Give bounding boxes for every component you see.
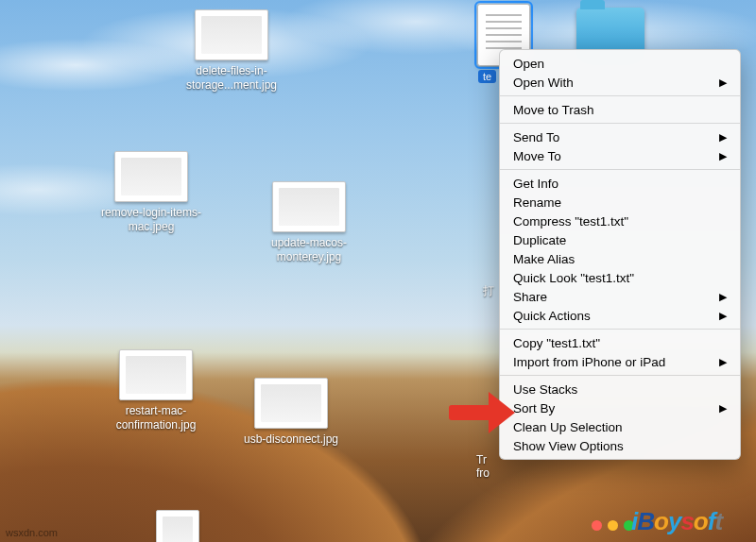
menu-separator [500, 375, 740, 376]
menu-item-move-to[interactable]: Move To▶ [500, 146, 740, 165]
file-label: usb-disconnect.jpg [244, 432, 338, 447]
menu-separator [500, 123, 740, 124]
submenu-arrow-icon: ▶ [719, 310, 727, 322]
file-label: update-macos-monterey.jpg [248, 236, 370, 264]
menu-item-label: Rename [513, 195, 561, 210]
menu-item-quick-look-test1-txt[interactable]: Quick Look "test1.txt" [500, 268, 740, 287]
desktop-file-5[interactable] [116, 510, 239, 542]
submenu-arrow-icon: ▶ [719, 150, 727, 162]
menu-item-label: Get Info [513, 177, 558, 191]
file-thumbnail [119, 349, 193, 400]
menu-item-rename[interactable]: Rename [500, 193, 740, 212]
minimize-dot[interactable] [608, 520, 618, 531]
menu-item-sort-by[interactable]: Sort By▶ [500, 398, 740, 417]
window-traffic-lights [592, 520, 634, 531]
partial-trash-label: Tr fro [476, 453, 490, 480]
menu-item-quick-actions[interactable]: Quick Actions▶ [500, 306, 740, 325]
menu-item-share[interactable]: Share▶ [500, 287, 740, 306]
menu-item-label: Import from iPhone or iPad [513, 355, 665, 369]
menu-item-label: Send To [513, 130, 559, 144]
menu-item-label: Move to Trash [513, 103, 594, 117]
partial-label: 打 [483, 283, 494, 299]
menu-item-move-to-trash[interactable]: Move to Trash [500, 100, 740, 119]
menu-separator [500, 169, 740, 170]
menu-item-label: Copy "test1.txt" [513, 336, 600, 350]
desktop-file-2[interactable]: update-macos-monterey.jpg [248, 181, 370, 264]
callout-arrow [449, 392, 515, 433]
menu-item-copy-test1-txt[interactable]: Copy "test1.txt" [500, 333, 740, 352]
desktop-file-0[interactable]: delete-files-in-storage...ment.jpg [170, 9, 293, 93]
file-thumbnail [156, 510, 199, 542]
menu-item-label: Show View Options [513, 439, 624, 453]
menu-item-label: Use Stacks [513, 382, 577, 397]
watermark-text: wsxdn.com [6, 527, 58, 538]
submenu-arrow-icon: ▶ [719, 291, 727, 303]
menu-item-open[interactable]: Open [500, 54, 740, 73]
menu-item-label: Sort By [513, 401, 555, 415]
context-menu: OpenOpen With▶Move to TrashSend To▶Move … [499, 49, 741, 460]
menu-item-label: Compress "test1.txt" [513, 214, 628, 229]
menu-item-compress-test1-txt[interactable]: Compress "test1.txt" [500, 212, 740, 230]
menu-item-open-with[interactable]: Open With▶ [500, 73, 740, 92]
menu-item-label: Clean Up Selection [513, 420, 623, 434]
file-label: remove-login-items-mac.jpeg [90, 206, 213, 234]
menu-item-label: Share [513, 290, 547, 304]
menu-item-label: Open With [513, 76, 574, 90]
menu-item-label: Make Alias [513, 252, 575, 266]
desktop-file-4[interactable]: usb-disconnect.jpg [230, 378, 352, 447]
close-dot[interactable] [592, 520, 602, 531]
menu-item-duplicate[interactable]: Duplicate [500, 230, 740, 249]
file-thumbnail [195, 9, 268, 60]
menu-separator [500, 95, 740, 96]
file-label: delete-files-in-storage...ment.jpg [170, 64, 293, 93]
menu-item-label: Duplicate [513, 233, 566, 247]
file-label: restart-mac-confirmation.jpg [94, 404, 217, 432]
menu-item-show-view-options[interactable]: Show View Options [500, 436, 740, 455]
menu-item-label: Quick Actions [513, 309, 591, 323]
file-thumbnail [254, 378, 328, 429]
submenu-arrow-icon: ▶ [719, 356, 727, 368]
file-label-selected: te [478, 70, 496, 83]
menu-item-make-alias[interactable]: Make Alias [500, 249, 740, 268]
menu-item-label: Quick Look "test1.txt" [513, 271, 634, 285]
menu-item-label: Open [513, 57, 544, 71]
file-thumbnail [272, 181, 346, 232]
menu-item-send-to[interactable]: Send To▶ [500, 127, 740, 146]
menu-item-get-info[interactable]: Get Info [500, 174, 740, 193]
desktop-file-3[interactable]: restart-mac-confirmation.jpg [94, 349, 217, 432]
menu-item-label: Move To [513, 149, 561, 163]
file-thumbnail [114, 151, 188, 202]
submenu-arrow-icon: ▶ [719, 402, 727, 415]
menu-item-use-stacks[interactable]: Use Stacks [500, 380, 740, 398]
desktop-file-1[interactable]: remove-login-items-mac.jpeg [90, 151, 213, 234]
menu-item-import-from-iphone-or-ipad[interactable]: Import from iPhone or iPad▶ [500, 352, 740, 371]
brand-logo: iBoysoft [631, 507, 722, 536]
submenu-arrow-icon: ▶ [719, 76, 727, 89]
submenu-arrow-icon: ▶ [719, 131, 727, 144]
menu-item-clean-up-selection[interactable]: Clean Up Selection [500, 417, 740, 436]
menu-separator [500, 329, 740, 330]
